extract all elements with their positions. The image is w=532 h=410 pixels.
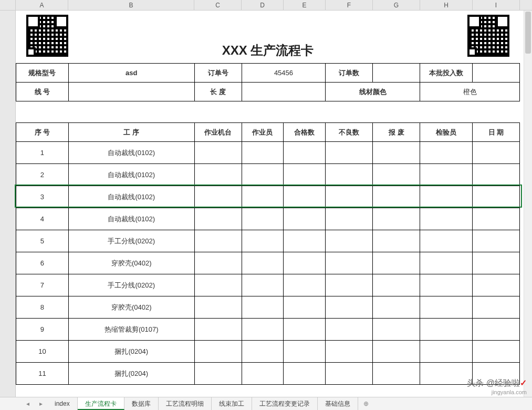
cell-process[interactable]: 热缩管裁剪(0107): [68, 319, 194, 341]
cell-process[interactable]: 穿胶壳(0402): [68, 252, 194, 274]
cell-seq[interactable]: 3: [16, 186, 69, 208]
column-header-E[interactable]: E: [284, 0, 326, 10]
cell-empty[interactable]: [373, 319, 420, 341]
cell-empty[interactable]: [326, 186, 373, 208]
cell-empty[interactable]: [420, 341, 473, 363]
cell-empty[interactable]: [194, 363, 242, 385]
cell-empty[interactable]: [473, 208, 520, 230]
cell-empty[interactable]: [326, 341, 373, 363]
cell-empty[interactable]: [373, 252, 420, 274]
cell-empty[interactable]: [373, 208, 420, 230]
cell-empty[interactable]: [473, 252, 520, 274]
cell-empty[interactable]: [473, 142, 520, 164]
cell-empty[interactable]: [473, 230, 520, 252]
cell-empty[interactable]: [194, 142, 242, 164]
orderqty-value[interactable]: [373, 64, 420, 83]
cell-empty[interactable]: [242, 252, 284, 274]
column-header-B[interactable]: B: [68, 0, 194, 10]
cell-process[interactable]: 自动裁线(0102): [68, 186, 194, 208]
cell-empty[interactable]: [420, 142, 473, 164]
cell-empty[interactable]: [242, 296, 284, 319]
cell-empty[interactable]: [420, 252, 473, 274]
cell-empty[interactable]: [326, 319, 373, 341]
cell-empty[interactable]: [326, 208, 373, 230]
cell-empty[interactable]: [242, 186, 284, 208]
select-all-corner[interactable]: [0, 0, 16, 10]
column-header-C[interactable]: C: [194, 0, 242, 10]
cell-empty[interactable]: [420, 208, 473, 230]
cell-empty[interactable]: [326, 230, 373, 252]
cell-process[interactable]: 手工分线(0202): [68, 274, 194, 296]
cell-empty[interactable]: [373, 363, 420, 385]
cell-seq[interactable]: 7: [16, 274, 69, 296]
cell-empty[interactable]: [242, 274, 284, 296]
cell-empty[interactable]: [194, 319, 242, 341]
column-header-F[interactable]: F: [326, 0, 373, 10]
cell-empty[interactable]: [284, 274, 326, 296]
cell-empty[interactable]: [194, 252, 242, 274]
cell-empty[interactable]: [194, 230, 242, 252]
cell-empty[interactable]: [420, 164, 473, 186]
cell-empty[interactable]: [373, 142, 420, 164]
cell-process[interactable]: 捆扎(0204): [68, 363, 194, 385]
vertical-scrollbar[interactable]: [524, 11, 532, 397]
cell-process[interactable]: 手工分线(0202): [68, 230, 194, 252]
cell-empty[interactable]: [373, 186, 420, 208]
cell-empty[interactable]: [420, 186, 473, 208]
cell-seq[interactable]: 6: [16, 252, 69, 274]
cell-empty[interactable]: [194, 274, 242, 296]
cell-empty[interactable]: [420, 230, 473, 252]
table-row[interactable]: 3自动裁线(0102): [16, 186, 520, 208]
cell-empty[interactable]: [242, 363, 284, 385]
cell-empty[interactable]: [284, 252, 326, 274]
table-row[interactable]: 4自动裁线(0102): [16, 208, 520, 230]
cell-empty[interactable]: [284, 164, 326, 186]
cell-empty[interactable]: [373, 274, 420, 296]
scrollbar-thumb[interactable]: [525, 12, 531, 54]
table-row[interactable]: 2自动裁线(0102): [16, 164, 520, 186]
cell-empty[interactable]: [373, 341, 420, 363]
color-value[interactable]: 橙色: [420, 83, 520, 101]
table-row[interactable]: 5手工分线(0202): [16, 230, 520, 252]
cell-empty[interactable]: [242, 319, 284, 341]
cell-seq[interactable]: 2: [16, 164, 69, 186]
cell-empty[interactable]: [284, 186, 326, 208]
column-header-G[interactable]: G: [373, 0, 420, 10]
cell-empty[interactable]: [473, 186, 520, 208]
cell-seq[interactable]: 9: [16, 319, 69, 341]
cell-empty[interactable]: [420, 274, 473, 296]
cell-seq[interactable]: 8: [16, 296, 69, 319]
cell-empty[interactable]: [473, 274, 520, 296]
orderno-value[interactable]: 45456: [242, 64, 326, 83]
cell-seq[interactable]: 10: [16, 341, 69, 363]
cell-process[interactable]: 穿胶壳(0402): [68, 296, 194, 319]
cell-empty[interactable]: [194, 341, 242, 363]
cell-process[interactable]: 自动裁线(0102): [68, 208, 194, 230]
table-row[interactable]: 7手工分线(0202): [16, 274, 520, 296]
cell-empty[interactable]: [242, 230, 284, 252]
sheet-grid[interactable]: XXX 生产流程卡 规格型号 asd 订单号 45456 订单数 本批投入数: [16, 11, 532, 397]
cell-seq[interactable]: 5: [16, 230, 69, 252]
column-header-H[interactable]: H: [420, 0, 473, 10]
cell-empty[interactable]: [284, 363, 326, 385]
cell-empty[interactable]: [284, 341, 326, 363]
cell-empty[interactable]: [373, 230, 420, 252]
cell-empty[interactable]: [373, 164, 420, 186]
cell-process[interactable]: 自动裁线(0102): [68, 164, 194, 186]
length-value[interactable]: [242, 83, 326, 101]
cell-empty[interactable]: [326, 296, 373, 319]
cell-empty[interactable]: [326, 363, 373, 385]
table-row[interactable]: 11捆扎(0204): [16, 363, 520, 385]
table-row[interactable]: 1自动裁线(0102): [16, 142, 520, 164]
cell-seq[interactable]: 11: [16, 363, 69, 385]
cell-empty[interactable]: [284, 230, 326, 252]
cell-empty[interactable]: [242, 341, 284, 363]
cell-seq[interactable]: 4: [16, 208, 69, 230]
cell-empty[interactable]: [194, 208, 242, 230]
cell-empty[interactable]: [473, 363, 520, 385]
cell-empty[interactable]: [284, 208, 326, 230]
cell-empty[interactable]: [420, 296, 473, 319]
cell-empty[interactable]: [373, 296, 420, 319]
line-value[interactable]: [68, 83, 194, 101]
cell-process[interactable]: 自动裁线(0102): [68, 142, 194, 164]
